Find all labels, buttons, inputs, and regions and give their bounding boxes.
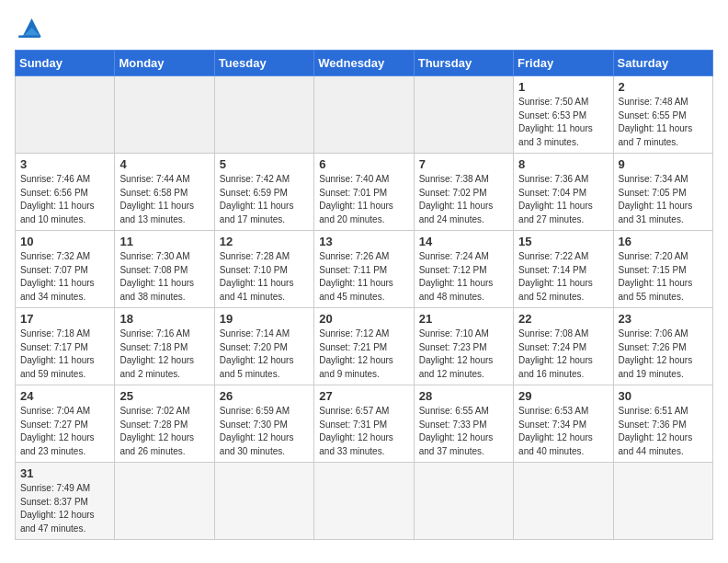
- calendar-cell: 6Sunrise: 7:40 AM Sunset: 7:01 PM Daylig…: [314, 154, 414, 231]
- day-info: Sunrise: 7:44 AM Sunset: 6:58 PM Dayligh…: [119, 173, 209, 226]
- header-day-thursday: Thursday: [414, 51, 513, 76]
- day-number: 5: [220, 157, 309, 171]
- calendar-cell: 31Sunrise: 7:49 AM Sunset: 8:37 PM Dayli…: [16, 463, 115, 540]
- calendar-cell: 9Sunrise: 7:34 AM Sunset: 7:05 PM Daylig…: [613, 154, 712, 231]
- header-row: SundayMondayTuesdayWednesdayThursdayFrid…: [16, 51, 713, 76]
- calendar-cell: 18Sunrise: 7:16 AM Sunset: 7:18 PM Dayli…: [115, 308, 214, 385]
- calendar-cell: 24Sunrise: 7:04 AM Sunset: 7:27 PM Dayli…: [16, 385, 115, 463]
- day-number: 19: [220, 312, 309, 326]
- day-info: Sunrise: 7:50 AM Sunset: 6:53 PM Dayligh…: [518, 96, 608, 149]
- day-info: Sunrise: 6:51 AM Sunset: 7:36 PM Dayligh…: [619, 405, 708, 458]
- day-info: Sunrise: 7:02 AM Sunset: 7:28 PM Dayligh…: [119, 405, 209, 458]
- calendar-cell: [16, 76, 115, 154]
- calendar-cell: 25Sunrise: 7:02 AM Sunset: 7:28 PM Dayli…: [115, 385, 214, 463]
- calendar-cell: 16Sunrise: 7:20 AM Sunset: 7:15 PM Dayli…: [613, 231, 712, 308]
- header-day-sunday: Sunday: [16, 51, 115, 76]
- day-info: Sunrise: 7:30 AM Sunset: 7:08 PM Dayligh…: [119, 250, 209, 304]
- calendar-cell: 7Sunrise: 7:38 AM Sunset: 7:02 PM Daylig…: [414, 154, 513, 231]
- calendar-cell: [214, 463, 313, 540]
- day-info: Sunrise: 7:38 AM Sunset: 7:02 PM Dayligh…: [419, 173, 508, 226]
- day-info: Sunrise: 7:18 AM Sunset: 7:17 PM Dayligh…: [20, 327, 109, 381]
- day-number: 30: [619, 389, 708, 403]
- calendar-cell: 3Sunrise: 7:46 AM Sunset: 6:56 PM Daylig…: [16, 154, 115, 231]
- svg-rect-2: [18, 35, 40, 38]
- calendar-cell: 14Sunrise: 7:24 AM Sunset: 7:12 PM Dayli…: [414, 231, 513, 308]
- day-number: 4: [119, 157, 209, 171]
- day-number: 18: [119, 312, 209, 326]
- calendar-cell: 26Sunrise: 6:59 AM Sunset: 7:30 PM Dayli…: [214, 385, 313, 463]
- day-number: 6: [319, 157, 408, 171]
- calendar-cell: [314, 76, 414, 154]
- header-day-wednesday: Wednesday: [314, 51, 414, 76]
- calendar-cell: [115, 463, 214, 540]
- day-number: 16: [619, 235, 708, 248]
- day-info: Sunrise: 7:46 AM Sunset: 6:56 PM Dayligh…: [20, 173, 109, 226]
- day-info: Sunrise: 6:57 AM Sunset: 7:31 PM Dayligh…: [319, 405, 408, 458]
- calendar-cell: 2Sunrise: 7:48 AM Sunset: 6:55 PM Daylig…: [613, 76, 712, 154]
- calendar-week-5: 24Sunrise: 7:04 AM Sunset: 7:27 PM Dayli…: [16, 385, 713, 463]
- day-number: 7: [419, 157, 508, 171]
- calendar-cell: 27Sunrise: 6:57 AM Sunset: 7:31 PM Dayli…: [314, 385, 414, 463]
- day-info: Sunrise: 7:49 AM Sunset: 8:37 PM Dayligh…: [20, 482, 109, 535]
- day-number: 8: [518, 157, 608, 171]
- day-number: 20: [319, 312, 408, 326]
- day-number: 29: [518, 389, 608, 403]
- header-day-friday: Friday: [514, 51, 613, 76]
- calendar-cell: 30Sunrise: 6:51 AM Sunset: 7:36 PM Dayli…: [613, 385, 712, 463]
- calendar-cell: [314, 463, 414, 540]
- day-number: 31: [20, 466, 109, 480]
- calendar-cell: 19Sunrise: 7:14 AM Sunset: 7:20 PM Dayli…: [214, 308, 313, 385]
- day-number: 27: [319, 389, 408, 403]
- day-number: 9: [619, 157, 708, 171]
- header-day-saturday: Saturday: [613, 51, 712, 76]
- page-header: [15, 15, 713, 40]
- day-number: 26: [220, 389, 309, 403]
- day-info: Sunrise: 7:42 AM Sunset: 6:59 PM Dayligh…: [220, 173, 309, 226]
- calendar-cell: 5Sunrise: 7:42 AM Sunset: 6:59 PM Daylig…: [214, 154, 313, 231]
- day-info: Sunrise: 7:06 AM Sunset: 7:26 PM Dayligh…: [619, 327, 708, 381]
- day-info: Sunrise: 7:36 AM Sunset: 7:04 PM Dayligh…: [518, 173, 608, 226]
- day-number: 10: [20, 235, 109, 248]
- day-info: Sunrise: 7:26 AM Sunset: 7:11 PM Dayligh…: [319, 250, 408, 304]
- logo: [15, 15, 48, 40]
- calendar-cell: 12Sunrise: 7:28 AM Sunset: 7:10 PM Dayli…: [214, 231, 313, 308]
- day-info: Sunrise: 7:08 AM Sunset: 7:24 PM Dayligh…: [518, 327, 608, 381]
- calendar-cell: 22Sunrise: 7:08 AM Sunset: 7:24 PM Dayli…: [514, 308, 613, 385]
- day-info: Sunrise: 7:40 AM Sunset: 7:01 PM Dayligh…: [319, 173, 408, 226]
- calendar-cell: 13Sunrise: 7:26 AM Sunset: 7:11 PM Dayli…: [314, 231, 414, 308]
- calendar-cell: 10Sunrise: 7:32 AM Sunset: 7:07 PM Dayli…: [16, 231, 115, 308]
- day-number: 17: [20, 312, 109, 326]
- day-info: Sunrise: 7:14 AM Sunset: 7:20 PM Dayligh…: [220, 327, 309, 381]
- day-number: 11: [119, 235, 209, 248]
- day-number: 23: [619, 312, 708, 326]
- day-number: 25: [119, 389, 209, 403]
- header-day-tuesday: Tuesday: [214, 51, 313, 76]
- calendar-cell: 23Sunrise: 7:06 AM Sunset: 7:26 PM Dayli…: [613, 308, 712, 385]
- calendar-cell: 1Sunrise: 7:50 AM Sunset: 6:53 PM Daylig…: [514, 76, 613, 154]
- calendar-table: SundayMondayTuesdayWednesdayThursdayFrid…: [15, 50, 713, 540]
- calendar-cell: [414, 76, 513, 154]
- day-info: Sunrise: 6:55 AM Sunset: 7:33 PM Dayligh…: [419, 405, 508, 458]
- day-number: 24: [20, 389, 109, 403]
- day-info: Sunrise: 7:04 AM Sunset: 7:27 PM Dayligh…: [20, 405, 109, 458]
- day-number: 1: [518, 80, 608, 94]
- day-info: Sunrise: 7:10 AM Sunset: 7:23 PM Dayligh…: [419, 327, 508, 381]
- day-number: 2: [619, 80, 708, 94]
- day-number: 3: [20, 157, 109, 171]
- day-info: Sunrise: 7:22 AM Sunset: 7:14 PM Dayligh…: [518, 250, 608, 304]
- calendar-cell: 20Sunrise: 7:12 AM Sunset: 7:21 PM Dayli…: [314, 308, 414, 385]
- calendar-cell: [214, 76, 313, 154]
- day-info: Sunrise: 6:53 AM Sunset: 7:34 PM Dayligh…: [518, 405, 608, 458]
- day-number: 14: [419, 235, 508, 248]
- calendar-cell: 21Sunrise: 7:10 AM Sunset: 7:23 PM Dayli…: [414, 308, 513, 385]
- calendar-cell: 11Sunrise: 7:30 AM Sunset: 7:08 PM Dayli…: [115, 231, 214, 308]
- calendar-week-1: 1Sunrise: 7:50 AM Sunset: 6:53 PM Daylig…: [16, 76, 713, 154]
- calendar-week-2: 3Sunrise: 7:46 AM Sunset: 6:56 PM Daylig…: [16, 154, 713, 231]
- day-info: Sunrise: 6:59 AM Sunset: 7:30 PM Dayligh…: [220, 405, 309, 458]
- day-info: Sunrise: 7:34 AM Sunset: 7:05 PM Dayligh…: [619, 173, 708, 226]
- logo-icon: [15, 15, 44, 40]
- header-day-monday: Monday: [115, 51, 214, 76]
- calendar-cell: [613, 463, 712, 540]
- calendar-cell: [514, 463, 613, 540]
- day-info: Sunrise: 7:32 AM Sunset: 7:07 PM Dayligh…: [20, 250, 109, 304]
